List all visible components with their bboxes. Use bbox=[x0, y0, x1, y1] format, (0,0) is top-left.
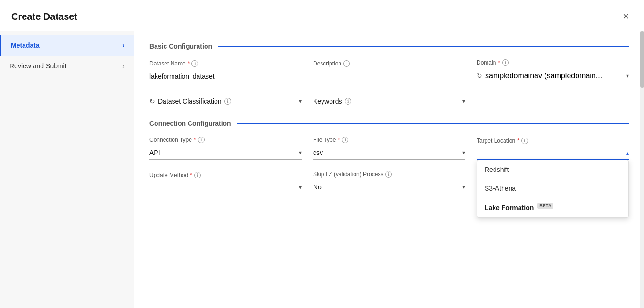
target-location-group: Target Location * ℹ ▴ Redshift bbox=[477, 138, 629, 160]
modal-header: Create Dataset × bbox=[0, 0, 644, 31]
file-type-chevron-icon: ▾ bbox=[462, 149, 465, 156]
domain-chevron-down-icon: ▾ bbox=[626, 73, 629, 79]
target-location-label: Target Location * ℹ bbox=[477, 138, 629, 144]
connection-type-display: API bbox=[149, 149, 160, 156]
connection-type-group: Connection Type * ℹ API ▾ bbox=[149, 137, 302, 160]
keywords-select[interactable]: Keywords ℹ ▾ bbox=[313, 95, 465, 108]
keywords-group: Keywords ℹ ▾ bbox=[313, 95, 465, 108]
required-indicator: * bbox=[188, 60, 190, 67]
skip-lz-value: No bbox=[313, 183, 462, 191]
file-type-value: csv bbox=[313, 149, 462, 156]
connection-type-value: API bbox=[149, 149, 299, 156]
update-method-label: Update Method * ℹ bbox=[149, 172, 302, 178]
target-required: * bbox=[517, 138, 520, 144]
chevron-right-icon: › bbox=[122, 41, 124, 49]
file-type-required: * bbox=[338, 137, 340, 143]
dataset-classification-group: ↻ Dataset Classification ℹ ▾ bbox=[149, 95, 302, 108]
file-type-display: csv bbox=[313, 149, 323, 156]
refresh-icon: ↻ bbox=[477, 72, 482, 80]
update-method-select[interactable]: ▾ bbox=[149, 181, 302, 194]
keywords-label: Keywords bbox=[313, 97, 342, 105]
domain-value: sampledomainav (sampledomain... bbox=[485, 72, 602, 80]
classification-chevron-down-icon: ▾ bbox=[299, 98, 302, 105]
description-input[interactable] bbox=[313, 70, 465, 83]
domain-required: * bbox=[498, 59, 500, 66]
target-location-select[interactable]: ▴ bbox=[477, 147, 629, 160]
connection-config-section-title: Connection Configuration bbox=[149, 120, 629, 127]
main-content: Basic Configuration Dataset Name * ℹ bbox=[134, 31, 644, 308]
connection-type-label: Connection Type * ℹ bbox=[149, 137, 302, 143]
classification-refresh-icon: ↻ bbox=[149, 97, 155, 105]
form-row-1: Dataset Name * ℹ Description ℹ bbox=[149, 59, 629, 83]
dataset-name-info-icon[interactable]: ℹ bbox=[191, 60, 198, 67]
dataset-name-label: Dataset Name * ℹ bbox=[149, 60, 302, 67]
domain-label: Domain * ℹ bbox=[477, 59, 629, 66]
scrollbar-thumb[interactable] bbox=[640, 31, 644, 88]
sidebar-item-review[interactable]: Review and Submit › bbox=[0, 56, 134, 76]
file-type-group: File Type * ℹ csv ▾ bbox=[313, 137, 465, 160]
sidebar: Metadata › Review and Submit › bbox=[0, 31, 134, 308]
update-method-group: Update Method * ℹ ▾ bbox=[149, 172, 302, 194]
update-method-info-icon[interactable]: ℹ bbox=[194, 172, 201, 178]
connection-type-info-icon[interactable]: ℹ bbox=[198, 137, 205, 143]
skip-lz-chevron-icon: ▾ bbox=[462, 184, 465, 190]
classification-select-value: ↻ Dataset Classification ℹ bbox=[149, 97, 299, 105]
sidebar-item-metadata[interactable]: Metadata › bbox=[0, 35, 134, 56]
form-row-2: ↻ Dataset Classification ℹ ▾ Keywords ℹ bbox=[149, 95, 629, 108]
close-button[interactable]: × bbox=[619, 8, 633, 24]
keywords-info-icon[interactable]: ℹ bbox=[345, 98, 351, 105]
modal-title: Create Dataset bbox=[11, 11, 77, 22]
domain-group: Domain * ℹ ↻ sampledomainav (sampledomai… bbox=[477, 59, 629, 83]
file-type-label: File Type * ℹ bbox=[313, 137, 465, 143]
connection-required: * bbox=[194, 137, 196, 143]
sidebar-item-review-label: Review and Submit bbox=[9, 62, 66, 70]
file-type-select[interactable]: csv ▾ bbox=[313, 146, 465, 160]
target-location-info-icon[interactable]: ℹ bbox=[521, 138, 528, 144]
dropdown-item-redshift[interactable]: Redshift bbox=[477, 160, 628, 179]
connection-type-select[interactable]: API ▾ bbox=[149, 146, 302, 160]
keywords-chevron-down-icon: ▾ bbox=[462, 98, 465, 105]
description-info-icon[interactable]: ℹ bbox=[343, 60, 350, 67]
file-type-info-icon[interactable]: ℹ bbox=[342, 137, 348, 143]
classification-info-icon[interactable]: ℹ bbox=[224, 98, 231, 105]
form-row-3: Connection Type * ℹ API ▾ bbox=[149, 137, 629, 160]
target-location-chevron-icon: ▴ bbox=[626, 150, 629, 156]
sidebar-item-metadata-label: Metadata bbox=[11, 41, 40, 49]
domain-info-icon[interactable]: ℹ bbox=[502, 59, 509, 66]
domain-select[interactable]: ↻ sampledomainav (sampledomain... ▾ bbox=[477, 69, 629, 83]
skip-lz-label: Skip LZ (validation) Process ℹ bbox=[313, 171, 465, 178]
dropdown-item-s3-athena[interactable]: S3-Athena bbox=[477, 179, 628, 198]
create-dataset-modal: Create Dataset × Metadata › Review and S… bbox=[0, 0, 644, 308]
domain-select-inner: ↻ sampledomainav (sampledomain... bbox=[477, 72, 626, 80]
keywords-select-value: Keywords ℹ bbox=[313, 97, 462, 105]
scrollbar-track[interactable] bbox=[640, 31, 644, 308]
description-group: Description ℹ bbox=[313, 60, 465, 83]
dataset-name-group: Dataset Name * ℹ bbox=[149, 60, 302, 83]
dataset-classification-select[interactable]: ↻ Dataset Classification ℹ ▾ bbox=[149, 95, 302, 108]
dataset-name-input[interactable] bbox=[149, 70, 302, 83]
update-method-required: * bbox=[190, 172, 192, 178]
basic-config-section-title: Basic Configuration bbox=[149, 42, 629, 50]
skip-lz-select[interactable]: No ▾ bbox=[313, 180, 465, 194]
lake-formation-label: Lake Formation bbox=[485, 204, 534, 211]
description-label: Description ℹ bbox=[313, 60, 465, 67]
skip-lz-group: Skip LZ (validation) Process ℹ No ▾ bbox=[313, 171, 465, 194]
update-method-chevron-icon: ▾ bbox=[299, 184, 302, 191]
modal-body: Metadata › Review and Submit › Basic Con… bbox=[0, 31, 644, 308]
chevron-right-icon-2: › bbox=[122, 62, 124, 70]
connection-type-chevron-icon: ▾ bbox=[299, 149, 302, 156]
beta-badge: BETA bbox=[537, 203, 553, 209]
target-location-dropdown: Redshift S3-Athena Lake Formation BETA bbox=[477, 160, 629, 218]
skip-lz-info-icon[interactable]: ℹ bbox=[385, 171, 392, 178]
classification-label: Dataset Classification bbox=[158, 97, 222, 105]
dropdown-item-lake-formation[interactable]: Lake Formation BETA bbox=[477, 198, 628, 217]
